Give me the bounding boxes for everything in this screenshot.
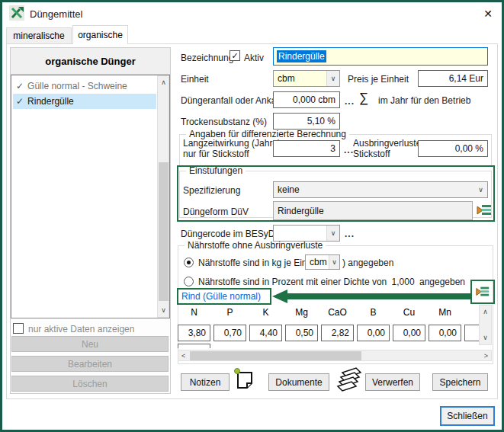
scroll-down-icon[interactable]: ∨ bbox=[158, 307, 169, 314]
note-icon bbox=[233, 368, 255, 391]
duengeform-field[interactable]: Rindergülle bbox=[273, 201, 473, 220]
edit-button[interactable]: Bearbeiten bbox=[11, 356, 169, 372]
table-hscrollbar[interactable]: < > bbox=[178, 350, 492, 361]
window-title: Düngemittel bbox=[30, 8, 82, 20]
duengemittel-dialog: Düngemittel ✕ mineralische organische or… bbox=[0, 0, 504, 432]
anfall-input[interactable]: 0,000 cbm bbox=[273, 91, 340, 108]
spezifizierung-combobox[interactable]: keine ∨ bbox=[273, 181, 488, 198]
table-vscrollbar[interactable]: ∧ ∨ bbox=[479, 305, 492, 345]
radio-kg-je-einheit[interactable] bbox=[184, 258, 194, 267]
column-header: B bbox=[357, 307, 390, 318]
reference-link[interactable]: Rind (Gülle normal) bbox=[181, 291, 261, 302]
nutrient-cell[interactable]: 2,82 bbox=[321, 325, 354, 341]
radio2-value: 1,000 bbox=[392, 277, 415, 287]
delete-button[interactable]: Löschen bbox=[11, 376, 169, 392]
ausbring-label-line2: Stickstoff bbox=[353, 149, 390, 159]
group-title: Nährstoffe ohne Ausbringverluste bbox=[185, 240, 326, 251]
nutrient-cell[interactable]: 0,00 bbox=[393, 325, 425, 341]
aktiv-checkbox[interactable]: ✓ bbox=[230, 50, 240, 61]
einheit-combobox[interactable]: cbm ∨ bbox=[273, 70, 340, 87]
scroll-up-icon[interactable]: ∧ bbox=[480, 309, 491, 315]
column-header: Mn bbox=[429, 307, 461, 318]
list-item[interactable]: ✓ Gülle normal - Schweine bbox=[13, 78, 156, 94]
nutrient-cell[interactable]: 0,00 bbox=[429, 325, 461, 341]
speichern-button[interactable]: Speichern bbox=[432, 373, 488, 391]
spezifizierung-value: keine bbox=[274, 184, 474, 195]
besyd-label: Düngercode im BESyD bbox=[181, 229, 274, 239]
ausbring-label-line1: Ausbringverluste bbox=[353, 138, 421, 149]
nutrient-cell[interactable]: 0,50 bbox=[285, 325, 318, 341]
langzeit-label-line1: Langzeitwirkung (Jahre) bbox=[183, 138, 281, 149]
list-item-selected[interactable]: ✓ Rindergülle bbox=[13, 94, 156, 109]
notizen-button[interactable]: Notizen bbox=[181, 373, 230, 391]
fertilizer-listbox: ✓ Gülle normal - Schweine ✓ Rindergülle … bbox=[11, 75, 170, 318]
radio-prozent-dichte[interactable] bbox=[184, 277, 194, 286]
scroll-left-icon[interactable]: < bbox=[181, 353, 185, 360]
chevron-down-icon: ∨ bbox=[474, 182, 487, 197]
einheit-value: cbm bbox=[274, 73, 326, 84]
scroll-down-icon[interactable]: ∨ bbox=[480, 334, 491, 341]
column-header: P bbox=[213, 307, 246, 318]
radio2-label-pre: Nährstoffe sind in Prozent mit einer Dic… bbox=[198, 277, 387, 287]
schliessen-button[interactable]: Schließen bbox=[440, 406, 495, 426]
langzeit-label-line2: nur für Stickstoff bbox=[183, 149, 249, 159]
radio1-label-post: ) angegeben bbox=[342, 258, 393, 268]
list-vscrollbar[interactable]: ∧ ∨ bbox=[157, 75, 169, 318]
preis-label: Preis je Einheit bbox=[348, 74, 409, 85]
nutrient-cell[interactable]: 3,80 bbox=[178, 325, 210, 341]
title-bar: Düngemittel ✕ bbox=[2, 2, 502, 25]
langzeit-input[interactable]: 3 bbox=[273, 140, 340, 157]
new-button[interactable]: Neu bbox=[11, 336, 169, 352]
anfall-suffix-label: im Jahr für den Betrieb bbox=[378, 95, 470, 106]
active-check-icon: ✓ bbox=[16, 81, 24, 91]
list-header: organische Dünger bbox=[11, 48, 170, 75]
verwerfen-button[interactable]: Verwerfen bbox=[365, 373, 420, 391]
chevron-down-icon: ∨ bbox=[329, 255, 339, 269]
anfall-browse-button[interactable]: ... bbox=[345, 96, 355, 107]
filter-active-checkbox[interactable] bbox=[13, 323, 24, 334]
active-check-icon: ✓ bbox=[16, 96, 24, 107]
column-header: Mg bbox=[285, 307, 318, 318]
nutrient-cell-partial[interactable] bbox=[464, 325, 479, 341]
select-from-list-icon[interactable] bbox=[475, 284, 490, 299]
scroll-right-icon[interactable]: > bbox=[484, 353, 488, 360]
duengeform-label: Düngeform DüV bbox=[183, 206, 249, 217]
radio1-unit-combobox[interactable]: cbm ∨ bbox=[305, 254, 340, 270]
app-logo-icon bbox=[9, 5, 24, 21]
tab-mineralische[interactable]: mineralische bbox=[6, 27, 72, 44]
nutrient-row-partial bbox=[178, 344, 210, 348]
bezeichnung-input[interactable]: Rindergülle bbox=[273, 47, 488, 66]
documents-stack-icon bbox=[333, 366, 362, 392]
dokumente-button[interactable]: Dokumente bbox=[268, 373, 329, 391]
check-icon: ✓ bbox=[231, 51, 238, 61]
scroll-thumb[interactable] bbox=[190, 351, 361, 360]
list-item-label: Gülle normal - Schweine bbox=[27, 81, 127, 91]
selected-text: Rindergülle bbox=[277, 50, 326, 62]
sigma-sum-button[interactable]: ∑ bbox=[359, 91, 368, 106]
anfall-label: Düngeranfall oder Ankauf bbox=[181, 95, 284, 106]
close-icon[interactable]: ✕ bbox=[483, 8, 493, 20]
chevron-down-icon: ∨ bbox=[326, 71, 339, 86]
tab-organische[interactable]: organische bbox=[72, 25, 128, 44]
spezifizierung-label: Spezifizierung bbox=[183, 185, 240, 196]
radio2-label-post: angegeben bbox=[419, 277, 465, 287]
chevron-down-icon: ∨ bbox=[326, 226, 339, 241]
preis-input[interactable]: 6,14 Eur bbox=[418, 70, 488, 87]
scroll-up-icon[interactable]: ∧ bbox=[158, 79, 169, 86]
aktiv-label: Aktiv bbox=[244, 53, 264, 63]
select-from-list-icon[interactable] bbox=[477, 202, 492, 219]
bezeichnung-label: Bezeichnung bbox=[181, 53, 233, 63]
scroll-thumb[interactable] bbox=[159, 162, 169, 301]
nutrient-cell[interactable]: 0,70 bbox=[213, 325, 246, 341]
column-header: N bbox=[178, 307, 210, 318]
column-header: Cu bbox=[393, 307, 425, 318]
nutrient-cell[interactable]: 4,40 bbox=[249, 325, 282, 341]
besyd-browse-button[interactable]: ... bbox=[345, 229, 355, 239]
radio1-unit-value: cbm bbox=[306, 257, 329, 267]
ausbring-input[interactable]: 0,00 % bbox=[418, 140, 488, 157]
besyd-combobox[interactable]: ∨ bbox=[273, 225, 340, 242]
trockensubstanz-input[interactable]: 5,10 % bbox=[273, 113, 340, 130]
nutrient-cell[interactable]: 0,00 bbox=[357, 325, 390, 341]
column-header: K bbox=[249, 307, 282, 318]
group-title: Einstufungen bbox=[186, 165, 246, 176]
